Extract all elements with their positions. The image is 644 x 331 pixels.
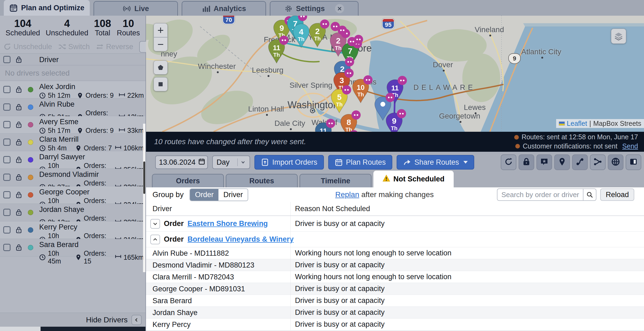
map-pin-marker[interactable]: 8Th [340, 114, 357, 132]
lock-icon[interactable] [15, 86, 22, 93]
map-pin-marker[interactable]: 5Th [331, 89, 348, 113]
driver-checkbox[interactable] [3, 226, 11, 234]
map-pin-marker[interactable]: 10Th [352, 79, 369, 103]
date-input[interactable]: 13.06.2024 [155, 156, 208, 169]
globe-button[interactable] [608, 154, 623, 170]
lock-icon[interactable] [15, 191, 22, 198]
import-orders-button[interactable]: Import Orders [254, 155, 324, 170]
driver-name: Jordan Shaye [39, 205, 144, 214]
driver-row[interactable]: Clara Merrill5h 4mOrders: 7106km [0, 134, 145, 151]
unschedule-button[interactable]: Unschedule [3, 43, 52, 51]
driver-list-scrollbar[interactable] [143, 124, 145, 272]
group-by-driver-option[interactable]: Driver [218, 189, 248, 201]
lock-button[interactable] [519, 154, 534, 170]
lock-icon[interactable] [15, 244, 22, 251]
driver-row[interactable]: Sara Berard10h 45mOrders: 15165km [0, 239, 145, 256]
driver-row[interactable]: Kerry Percy10h 55mOrders: 11319km [0, 221, 145, 239]
switch-button[interactable]: Switch [58, 43, 90, 51]
driver-row[interactable]: Jordan Shaye8h 12mOrders: 10203km [0, 204, 145, 221]
map-pin-marker[interactable]: 9Th [386, 112, 403, 132]
location-button[interactable] [554, 154, 570, 170]
tab-analytics[interactable]: Analytics [182, 1, 266, 16]
driver-checkbox[interactable] [3, 86, 11, 93]
driver-color-dot [28, 87, 33, 92]
driver-panel-footer: Hide Drivers [0, 313, 145, 327]
close-icon[interactable] [335, 4, 344, 13]
map-pin-marker[interactable]: 11Th [268, 39, 285, 64]
lock-icon[interactable] [15, 103, 22, 111]
zoom-in-button[interactable]: + [154, 23, 168, 37]
share-routes-button[interactable]: Share Routes [397, 155, 474, 170]
group-by-label: Group by [152, 190, 184, 199]
select-all-checkbox[interactable] [3, 56, 11, 63]
map-pin-marker[interactable]: 4Th [293, 23, 310, 48]
search-icon[interactable] [583, 188, 596, 201]
search-input[interactable] [497, 188, 583, 201]
chevron-down-icon [463, 161, 468, 164]
detail-tab-bar: Orders Routes Timeline Not Scheduled [146, 173, 644, 187]
lock-icon[interactable] [15, 209, 22, 216]
driver-checkbox[interactable] [3, 103, 11, 111]
order-link[interactable]: Bordeleau Vineyards & Winery [188, 235, 294, 244]
driver-row[interactable]: George Cooper10h 46mOrders: 13234km [0, 186, 145, 204]
map-pin-marker[interactable]: 2Th [309, 23, 326, 48]
plan-routes-button[interactable]: Plan Routes [328, 155, 392, 170]
tab-settings[interactable]: Settings [270, 1, 358, 16]
collapse-panel-button[interactable] [131, 315, 142, 325]
driver-checkbox[interactable] [3, 244, 11, 251]
lock-icon[interactable] [15, 121, 22, 128]
map-pin-marker[interactable]: 11Th [315, 122, 332, 132]
replan-link[interactable]: Replan [335, 190, 359, 199]
feedback-button[interactable] [536, 154, 552, 170]
svg-text:11: 11 [391, 84, 399, 92]
driver-checkbox[interactable] [3, 139, 11, 146]
driver-checkbox[interactable] [3, 121, 11, 128]
reverse-button[interactable]: Reverse [96, 43, 133, 51]
driver-panel: 104Scheduled4Unscheduled108Total10Routes… [0, 16, 146, 331]
route-button[interactable] [572, 154, 588, 170]
expand-icon[interactable] [150, 219, 160, 229]
order-link[interactable]: Eastern Shore Brewing [188, 219, 268, 228]
lock-icon[interactable] [15, 174, 22, 181]
send-link[interactable]: Send [622, 142, 638, 151]
rectangle-draw-icon[interactable] [154, 77, 168, 91]
tab-orders[interactable]: Orders [152, 174, 224, 187]
lock-icon[interactable] [15, 56, 22, 63]
driver-row[interactable]: Avery Esme5h 17mOrders: 933km [0, 116, 145, 134]
driver-checkbox[interactable] [3, 191, 11, 198]
city-name: Linton Hall [248, 105, 284, 113]
lock-icon[interactable] [15, 156, 22, 163]
side-panel-button[interactable] [626, 154, 641, 170]
split-route-button[interactable] [590, 154, 606, 170]
tab-not-scheduled[interactable]: Not Scheduled [373, 171, 454, 187]
reason-cell: Driver is busy or at capacity [290, 307, 644, 318]
polygon-draw-icon[interactable] [154, 60, 168, 75]
svg-text:10: 10 [357, 83, 365, 92]
city-label: Dale City [274, 119, 305, 128]
map[interactable]: nneyWinchesterLeesburgSilver SpringWashi… [146, 16, 644, 132]
layers-icon[interactable] [611, 29, 626, 44]
tab-timeline[interactable]: Timeline [300, 174, 371, 187]
lock-icon[interactable] [15, 226, 22, 234]
tab-routes[interactable]: Routes [226, 174, 298, 187]
driver-checkbox[interactable] [3, 209, 11, 216]
driver-row[interactable]: Alex Jordin5h 12mOrders: 922km [0, 81, 145, 99]
reload-button[interactable]: Reload [600, 188, 634, 201]
driver-row[interactable]: Alvin Rube5h 21mOrders: 1013km [0, 99, 145, 116]
driver-row[interactable]: Desmond Vladimir8h 37mOrders: 10229km [0, 169, 145, 186]
distance-icon [119, 92, 125, 99]
zoom-out-button[interactable]: − [154, 37, 168, 51]
tab-plan-and-optimize[interactable]: Plan and Optimize [4, 0, 90, 16]
driver-checkbox[interactable] [3, 156, 11, 163]
leaflet-link[interactable]: Leaflet [567, 120, 587, 127]
refresh-button[interactable] [501, 154, 516, 170]
collapse-icon[interactable] [150, 235, 160, 244]
driver-checkbox[interactable] [3, 174, 11, 181]
lock-icon[interactable] [15, 139, 22, 146]
group-by-order-option[interactable]: Order [190, 189, 218, 201]
tab-live[interactable]: Live [94, 1, 178, 16]
period-select[interactable]: Day [212, 156, 250, 169]
city-label: Vineland [475, 25, 504, 34]
driver-reason-row: Alvin Rube - MD111882Working hours not l… [146, 247, 644, 259]
driver-row[interactable]: Darryl Sawyer10h 15mOrders: 10356km [0, 151, 145, 169]
